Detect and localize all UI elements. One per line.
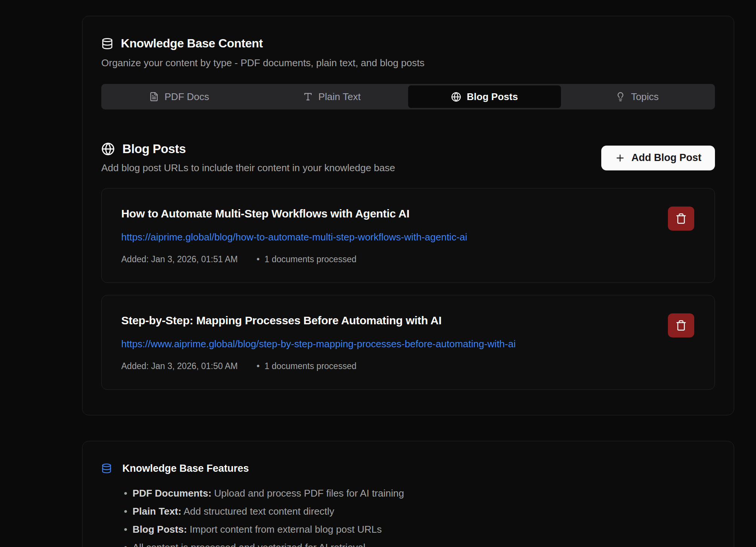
feature-item: •Blog Posts: Import content from externa… bbox=[124, 520, 715, 538]
trash-icon bbox=[675, 320, 687, 331]
blog-post-processed-count: 1 documents processed bbox=[265, 361, 357, 371]
blog-post-list: How to Automate Multi-Step Workflows wit… bbox=[101, 188, 715, 390]
section-title: Blog Posts bbox=[122, 142, 186, 156]
feature-item: •All content is processed and vectorized… bbox=[124, 538, 715, 547]
delete-blog-post-button[interactable] bbox=[668, 313, 694, 337]
blog-post-meta: Added: Jan 3, 2026, 01:50 AM • 1 documen… bbox=[121, 361, 516, 371]
blog-post-card-content: How to Automate Multi-Step Workflows wit… bbox=[121, 207, 467, 264]
features-list: •PDF Documents: Upload and process PDF f… bbox=[101, 484, 715, 547]
add-blog-post-button[interactable]: Add Blog Post bbox=[601, 146, 715, 170]
blog-post-card: Step-by-Step: Mapping Processes Before A… bbox=[101, 295, 715, 390]
blog-post-meta: Added: Jan 3, 2026, 01:51 AM • 1 documen… bbox=[121, 254, 467, 264]
tab-blog-posts[interactable]: Blog Posts bbox=[408, 85, 561, 108]
page-title: Knowledge Base Content bbox=[121, 36, 263, 50]
features-header: Knowledge Base Features bbox=[101, 462, 715, 474]
globe-icon bbox=[101, 142, 115, 156]
globe-icon bbox=[451, 92, 461, 102]
trash-icon bbox=[675, 213, 687, 224]
page-subtitle: Organize your content by type - PDF docu… bbox=[101, 57, 715, 69]
feature-label: Plain Text: bbox=[133, 506, 181, 517]
bullet-dot: • bbox=[124, 542, 127, 547]
feature-label: Blog Posts: bbox=[133, 524, 187, 535]
plus-icon bbox=[615, 153, 625, 163]
feature-text: Import content from external blog post U… bbox=[187, 524, 382, 535]
feature-item: •Plain Text: Add structured text content… bbox=[124, 502, 715, 520]
blog-post-title: How to Automate Multi-Step Workflows wit… bbox=[121, 207, 467, 220]
bullet-dot: • bbox=[124, 524, 127, 535]
lightbulb-icon bbox=[616, 92, 625, 102]
panel1-header: Knowledge Base Content bbox=[101, 36, 715, 50]
blog-post-title: Step-by-Step: Mapping Processes Before A… bbox=[121, 314, 516, 327]
blog-post-url-link[interactable]: https://aiprime.global/blog/how-to-autom… bbox=[121, 231, 467, 243]
bullet-dot: • bbox=[124, 506, 127, 517]
knowledge-base-content-panel: Knowledge Base Content Organize your con… bbox=[82, 16, 734, 415]
tab-label: PDF Docs bbox=[165, 91, 209, 103]
add-blog-post-label: Add Blog Post bbox=[631, 152, 701, 164]
tab-pdf-docs[interactable]: PDF Docs bbox=[103, 85, 256, 108]
tab-label: Blog Posts bbox=[467, 91, 518, 103]
database-icon bbox=[101, 462, 112, 474]
blog-post-card-content: Step-by-Step: Mapping Processes Before A… bbox=[121, 314, 516, 371]
tab-label: Plain Text bbox=[319, 91, 361, 103]
bullet-dot: • bbox=[124, 488, 127, 499]
file-text-icon bbox=[149, 92, 159, 102]
blog-post-processed-count: 1 documents processed bbox=[265, 254, 357, 264]
blog-post-added-date: Added: Jan 3, 2026, 01:50 AM bbox=[121, 361, 238, 371]
tab-topics[interactable]: Topics bbox=[561, 85, 714, 108]
features-title: Knowledge Base Features bbox=[122, 463, 249, 474]
content-type-tab-bar: PDF Docs Plain Text Blog Posts bbox=[101, 84, 715, 109]
delete-blog-post-button[interactable] bbox=[668, 207, 694, 231]
meta-separator-dot: • bbox=[256, 361, 259, 371]
knowledge-base-features-panel: Knowledge Base Features •PDF Documents: … bbox=[82, 441, 734, 547]
type-icon bbox=[303, 92, 313, 102]
blog-post-card: How to Automate Multi-Step Workflows wit… bbox=[101, 188, 715, 283]
blog-posts-section-header: Blog Posts Add blog post URLs to include… bbox=[101, 142, 715, 174]
blog-posts-heading-group: Blog Posts Add blog post URLs to include… bbox=[101, 142, 395, 174]
blog-post-url-link[interactable]: https://www.aiprime.global/blog/step-by-… bbox=[121, 338, 516, 350]
blog-post-added-date: Added: Jan 3, 2026, 01:51 AM bbox=[121, 254, 238, 264]
feature-text: Add structured text content directly bbox=[181, 506, 334, 517]
feature-label: PDF Documents: bbox=[133, 488, 211, 499]
database-icon bbox=[101, 37, 113, 50]
feature-text: All content is processed and vectorized … bbox=[133, 542, 366, 547]
feature-item: •PDF Documents: Upload and process PDF f… bbox=[124, 484, 715, 502]
section-subtitle: Add blog post URLs to include their cont… bbox=[101, 162, 395, 174]
feature-text: Upload and process PDF files for AI trai… bbox=[212, 488, 404, 499]
meta-separator-dot: • bbox=[256, 254, 259, 264]
tab-plain-text[interactable]: Plain Text bbox=[256, 85, 408, 108]
tab-label: Topics bbox=[631, 91, 659, 103]
